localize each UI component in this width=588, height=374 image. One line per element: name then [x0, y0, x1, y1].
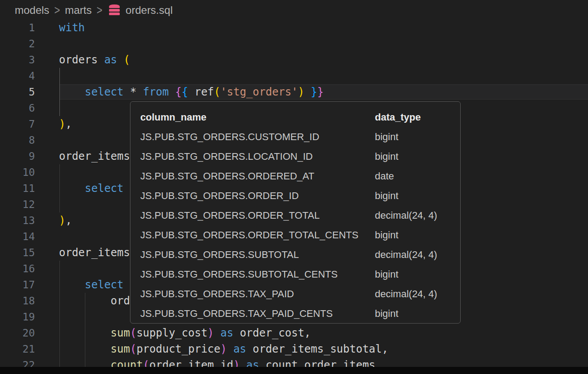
popup-cell-data-type: bigint: [375, 225, 460, 245]
code-token: [227, 343, 233, 355]
code-token: }: [311, 86, 317, 98]
line-number[interactable]: 12: [0, 196, 35, 212]
line-number[interactable]: 13: [0, 212, 35, 229]
popup-header-data-type: data_type: [375, 108, 460, 127]
popup-cell-data-type: decimal(24, 4): [375, 206, 460, 225]
popup-cell-column-name: JS.PUB.STG_ORDERS.ORDER_TOTAL: [140, 206, 375, 225]
line-number[interactable]: 1: [0, 20, 35, 36]
code-line[interactable]: 21 sum(product_price) as order_items_sub…: [0, 341, 588, 357]
popup-cell-column-name: JS.PUB.STG_ORDERS.ORDERED_AT: [140, 166, 375, 186]
line-number[interactable]: 14: [0, 229, 35, 245]
line-number[interactable]: 4: [0, 68, 35, 84]
code-line[interactable]: 1with: [0, 20, 588, 36]
code-token: [59, 86, 85, 98]
line-number[interactable]: 17: [0, 277, 35, 293]
line-number[interactable]: 10: [0, 164, 35, 180]
line-number[interactable]: 11: [0, 180, 35, 196]
code-token: ): [59, 214, 65, 227]
code-token: [59, 343, 111, 355]
line-number[interactable]: 15: [0, 245, 35, 261]
breadcrumb-item-models[interactable]: models: [15, 4, 49, 17]
line-number[interactable]: 16: [0, 261, 35, 277]
popup-cell-data-type: decimal(24, 4): [375, 284, 460, 304]
code-token: [59, 182, 85, 195]
popup-cell-column-name: JS.PUB.STG_ORDERS.SUBTOTAL: [140, 245, 375, 265]
code-token: ): [59, 118, 65, 130]
code-line[interactable]: 4: [0, 68, 588, 84]
popup-table: JS.PUB.STG_ORDERS.CUSTOMER_IDbigintJS.PU…: [140, 127, 460, 324]
line-number[interactable]: 18: [0, 293, 35, 309]
code-token: ord: [111, 295, 130, 307]
popup-row: JS.PUB.STG_ORDERS.ORDER_IDbigint: [140, 186, 460, 206]
popup-cell-data-type: bigint: [375, 127, 460, 147]
code-text: orders as (: [59, 52, 130, 68]
indent-guide: [85, 309, 85, 325]
code-text: ),: [59, 116, 72, 132]
line-number[interactable]: 8: [0, 132, 35, 148]
popup-cell-column-name: JS.PUB.STG_ORDERS.ORDER_TOTAL_CENTS: [140, 225, 375, 245]
chevron-right-icon: >: [97, 3, 102, 18]
code-token: [59, 295, 111, 307]
code-token: sum: [111, 327, 130, 339]
breadcrumb-item-marts[interactable]: marts: [65, 4, 92, 17]
code-token: [214, 327, 220, 339]
code-text: with: [59, 20, 85, 36]
code-token: [59, 278, 85, 291]
code-text: select * from {{ ref('stg_orders') }}: [59, 84, 323, 100]
code-line[interactable]: 5 select * from {{ ref('stg_orders') }}: [0, 84, 588, 100]
popup-cell-data-type: date: [375, 166, 460, 186]
line-number[interactable]: 20: [0, 325, 35, 341]
popup-row: JS.PUB.STG_ORDERS.ORDERED_ATdate: [140, 166, 460, 186]
popup-cell-column-name: JS.PUB.STG_ORDERS.TAX_PAID_CENTS: [140, 304, 375, 324]
column-metadata-popup: column_name data_type JS.PUB.STG_ORDERS.…: [130, 101, 461, 324]
code-line[interactable]: 3orders as (: [0, 52, 588, 68]
indent-guide: [59, 100, 60, 116]
code-token: (: [124, 54, 130, 66]
popup-row: JS.PUB.STG_ORDERS.LOCATION_IDbigint: [140, 147, 460, 166]
code-token: [124, 86, 130, 98]
code-token: as: [220, 327, 233, 339]
code-token: [188, 86, 194, 98]
popup-cell-column-name: JS.PUB.STG_ORDERS.ORDER_ID: [140, 186, 375, 206]
line-number[interactable]: 9: [0, 148, 35, 164]
line-number[interactable]: 6: [0, 100, 35, 116]
code-token: [117, 54, 123, 66]
code-token: order_items: [59, 246, 130, 259]
popup-header-column-name: column_name: [140, 108, 375, 127]
line-number[interactable]: 5: [0, 84, 35, 100]
popup-cell-column-name: JS.PUB.STG_ORDERS.SUBTOTAL_CENTS: [140, 265, 375, 284]
code-token: order_cost,: [240, 327, 311, 339]
popup-row: JS.PUB.STG_ORDERS.SUBTOTAL_CENTSbigint: [140, 265, 460, 284]
code-token: (: [130, 343, 136, 355]
code-token: 'stg_orders': [220, 86, 298, 98]
line-number[interactable]: 3: [0, 52, 35, 68]
code-token: select: [85, 86, 124, 98]
popup-cell-data-type: bigint: [375, 265, 460, 284]
code-text: order_items: [59, 245, 130, 261]
indent-guide: [59, 164, 60, 180]
breadcrumb-file-label: orders.sql: [126, 4, 172, 17]
line-number[interactable]: 19: [0, 309, 35, 325]
code-token: [136, 86, 143, 98]
code-token: {: [175, 86, 181, 98]
line-number[interactable]: 2: [0, 36, 35, 52]
code-line[interactable]: 2: [0, 36, 588, 52]
code-token: ): [220, 343, 227, 355]
code-token: [233, 327, 239, 339]
code-token: supply_cost: [136, 327, 207, 339]
popup-cell-column-name: JS.PUB.STG_ORDERS.CUSTOMER_ID: [140, 127, 375, 147]
editor-window: models > marts > orders.sql 1with23order…: [0, 0, 588, 374]
line-number[interactable]: 7: [0, 116, 35, 132]
breadcrumb: models > marts > orders.sql: [0, 0, 588, 21]
line-number[interactable]: 21: [0, 341, 35, 357]
code-token: [169, 86, 175, 98]
code-token: (: [130, 327, 136, 339]
popup-row: JS.PUB.STG_ORDERS.SUBTOTALdecimal(24, 4): [140, 245, 460, 265]
code-line[interactable]: 20 sum(supply_cost) as order_cost,: [0, 325, 588, 341]
breadcrumb-item-file[interactable]: orders.sql: [107, 4, 172, 17]
code-token: }: [317, 86, 323, 98]
code-token: as: [104, 54, 117, 66]
popup-cell-data-type: bigint: [375, 304, 460, 324]
code-token: product_price: [136, 343, 220, 355]
code-token: sum: [111, 343, 130, 355]
